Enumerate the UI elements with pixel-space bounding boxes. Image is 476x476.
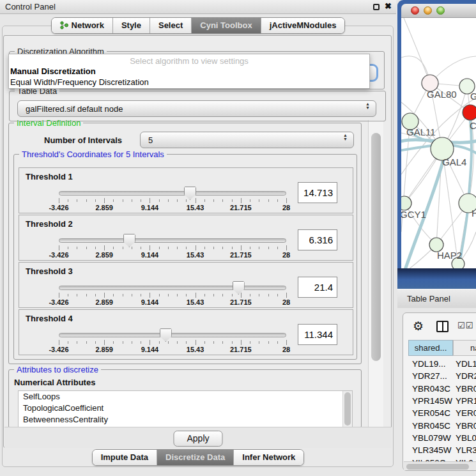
tick-mark xyxy=(141,199,141,202)
tick-mark xyxy=(168,247,169,249)
table-row[interactable]: YBL079WYBL0 xyxy=(403,432,476,444)
scale-label: 15.43 xyxy=(187,298,204,306)
red-node[interactable] xyxy=(463,105,476,120)
cell-name: YBR0 xyxy=(449,421,476,431)
network-graph[interactable]: GAL80GACGAL11GAL4GCY1HHAP2 xyxy=(401,18,476,268)
checkbox-icons[interactable]: ☑☑ xyxy=(457,321,473,330)
number-of-intervals-combobox[interactable]: 5 ▲▼ xyxy=(140,132,354,148)
edge[interactable] xyxy=(404,18,430,83)
tick-mark xyxy=(286,198,287,203)
tick-mark xyxy=(232,294,233,296)
table-hscrollbar-thumb[interactable] xyxy=(406,464,469,470)
threshold-value-field[interactable]: 11.344 xyxy=(298,324,337,345)
table-row[interactable]: YBR045CYBR0 xyxy=(403,419,476,431)
tab-network[interactable]: Network xyxy=(52,18,112,33)
tick-mark xyxy=(186,247,187,249)
table-row[interactable]: YDL19...YDL1 xyxy=(403,358,476,370)
tick-mark xyxy=(86,341,87,344)
table-row[interactable]: YPR145WYPR1 xyxy=(403,395,476,407)
close-icon[interactable]: ✖ xyxy=(385,1,392,11)
combo-arrows-icon: ▲▼ xyxy=(365,102,370,110)
cell-name: YER0 xyxy=(449,408,476,418)
bottom-tab-group: Impute DataDiscretize DataInfer Network xyxy=(92,449,305,466)
threshold-panel: Threshold 2 -3.4262.8599.14415.4321.7152… xyxy=(19,215,353,261)
tick-mark xyxy=(141,341,141,344)
table-data-value: galFiltered.sif default node xyxy=(26,104,123,114)
table-row[interactable]: YBR043CYBR0 xyxy=(403,383,476,395)
tick-mark xyxy=(196,340,196,345)
scale-label: 2.859 xyxy=(95,298,113,306)
threshold-value-field[interactable]: 21.4 xyxy=(298,277,337,298)
tab-discretize-data[interactable]: Discretize Data xyxy=(157,450,233,465)
tab-select[interactable]: Select xyxy=(150,18,191,33)
tick-mark xyxy=(241,245,242,250)
numerical-attributes-label: Numerical Attributes xyxy=(14,378,95,387)
tab-infer-network[interactable]: Infer Network xyxy=(233,450,303,465)
tick-mark xyxy=(104,340,105,345)
tick-mark xyxy=(222,294,223,296)
table-panel-bar: Table Panel xyxy=(397,289,476,308)
list-scrollbar[interactable] xyxy=(342,391,352,427)
float-window-icon[interactable] xyxy=(373,4,380,10)
numerical-attributes-list[interactable]: SelfLoopsTopologicalCoefficientBetweenne… xyxy=(18,390,353,427)
threshold-slider-track[interactable] xyxy=(59,238,286,243)
scale-label: -3.426 xyxy=(49,346,68,353)
slider-scale-labels: -3.4262.8599.14415.4321.71528 xyxy=(59,251,286,259)
tick-mark xyxy=(222,199,223,202)
table-row[interactable]: YDR27...YDR2 xyxy=(403,370,476,382)
cell-shared-name: YER054C xyxy=(403,408,449,418)
column-header-name[interactable]: na xyxy=(453,340,476,356)
zoom-traffic-light[interactable] xyxy=(436,6,445,15)
apply-button[interactable]: Apply xyxy=(173,431,222,447)
dropdown-option-equal-width[interactable]: Equal Width/Frequency Discretization xyxy=(9,77,369,88)
panel-scrollbar[interactable] xyxy=(368,120,383,427)
table-row[interactable]: YER054CYER0 xyxy=(403,407,476,419)
minimize-traffic-light[interactable] xyxy=(424,6,432,15)
tick-mark xyxy=(68,341,68,344)
network-window-titlebar[interactable] xyxy=(401,4,476,18)
tick-mark xyxy=(168,199,169,202)
network-canvas[interactable]: GAL80GACGAL11GAL4GCY1HHAP2 xyxy=(401,18,476,268)
tick-mark xyxy=(95,247,96,249)
combo-arrows-icon: ▲▼ xyxy=(343,134,348,141)
attribute-item[interactable]: BetweennessCentrality xyxy=(19,414,352,426)
tab-cyni-toolbox[interactable]: Cyni Toolbox xyxy=(191,18,260,33)
node-label-H: H xyxy=(472,208,476,219)
panel-scrollbar-thumb[interactable] xyxy=(371,133,381,361)
dropdown-hint: Select algorithm to view settings xyxy=(9,54,369,66)
split-columns-icon[interactable] xyxy=(436,321,449,332)
tick-mark xyxy=(59,198,59,203)
tick-mark xyxy=(204,247,205,249)
gear-icon[interactable]: ⚙ xyxy=(413,319,424,334)
threshold-slider-track[interactable] xyxy=(59,191,286,196)
tab-jactivemnodules[interactable]: jActiveMNodules xyxy=(261,18,345,33)
list-scrollbar-thumb[interactable] xyxy=(344,392,351,426)
tab-label: Discretize Data xyxy=(165,452,225,462)
tab-impute-data[interactable]: Impute Data xyxy=(93,450,157,465)
tab-style[interactable]: Style xyxy=(112,18,150,33)
tick-mark xyxy=(159,247,160,249)
tick-mark xyxy=(104,198,105,203)
table-row[interactable]: YLR345WYLR3 xyxy=(403,444,476,456)
dropdown-option-manual-discretization[interactable]: Manual Discretization xyxy=(9,66,369,77)
tick-mark xyxy=(204,199,205,202)
tick-mark xyxy=(68,199,68,202)
table-panel-title: Table Panel xyxy=(407,294,450,303)
threshold-value-field[interactable]: 6.316 xyxy=(298,229,337,250)
threshold-slider-track[interactable] xyxy=(59,286,286,290)
number-of-intervals-value: 5 xyxy=(148,135,153,145)
table-rows: YDL19...YDL1YDR27...YDR2YBR043CYBR0YPR14… xyxy=(403,358,476,469)
table-horizontal-scrollbar[interactable] xyxy=(404,461,476,470)
slider-ticks xyxy=(59,293,286,298)
close-traffic-light[interactable] xyxy=(411,6,419,15)
tick-mark xyxy=(177,247,178,249)
threshold-value-field[interactable]: 14.713 xyxy=(298,182,337,203)
attribute-item[interactable]: SelfLoops xyxy=(19,391,352,403)
threshold-label: Threshold 2 xyxy=(26,219,73,229)
attribute-item[interactable]: TopologicalCoefficient xyxy=(19,403,352,414)
column-header-shared[interactable]: shared... xyxy=(408,340,453,356)
tick-mark xyxy=(268,341,269,344)
threshold-slider-track[interactable] xyxy=(59,333,286,337)
GCY1-node[interactable] xyxy=(401,196,411,210)
table-data-combobox[interactable]: galFiltered.sif default node ▲▼ xyxy=(17,100,376,117)
